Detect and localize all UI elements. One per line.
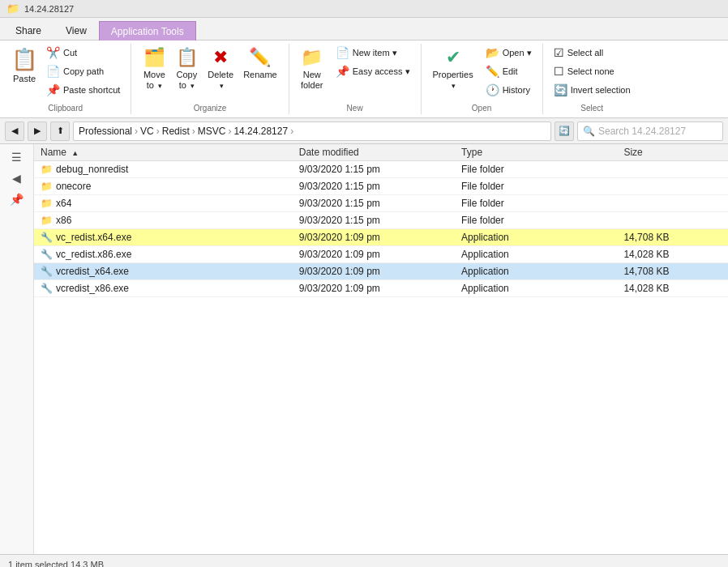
- file-date: 9/03/2020 1:09 pm: [293, 246, 455, 263]
- tab-share[interactable]: Share: [3, 20, 54, 40]
- status-text: 1 item selected 14.3 MB: [8, 560, 104, 568]
- open-button[interactable]: 📂 Open ▾: [482, 44, 536, 62]
- folder-icon: 📁: [41, 164, 53, 175]
- new-folder-button[interactable]: 📁 Newfolder: [296, 44, 328, 102]
- col-name[interactable]: Name ▲: [34, 144, 293, 161]
- nav-forward-button[interactable]: ▶: [28, 122, 47, 141]
- rename-icon: ✏️: [249, 47, 271, 68]
- file-name: 🔧vcredist_x86.exe: [34, 280, 293, 297]
- expand-tree-button[interactable]: ☰: [7, 147, 27, 167]
- table-row[interactable]: 🔧vc_redist.x86.exe 9/03/2020 1:09 pm App…: [34, 246, 728, 263]
- col-date[interactable]: Date modified: [293, 144, 455, 161]
- table-row[interactable]: 📁x64 9/03/2020 1:15 pm File folder: [34, 195, 728, 212]
- new-label: New: [296, 102, 414, 114]
- file-type: File folder: [455, 161, 617, 178]
- table-header-row: Name ▲ Date modified Type Size: [34, 144, 728, 161]
- breadcrumb-item[interactable]: Professional: [79, 126, 132, 137]
- breadcrumb-item[interactable]: VC: [140, 126, 154, 137]
- file-size: 14,708 KB: [617, 263, 728, 280]
- file-size: 14,028 KB: [617, 246, 728, 263]
- file-name: 🔧vcredist_x64.exe: [34, 263, 293, 280]
- select-label: Select: [550, 102, 635, 114]
- history-icon: 🕐: [486, 83, 499, 96]
- select-all-button[interactable]: ☑ Select all: [550, 44, 635, 62]
- new-item-icon: 📄: [336, 46, 349, 59]
- file-size: [617, 212, 728, 229]
- ribbon-group-organize: 🗂️ Moveto ▾ 📋 Copyto ▾ ✖ Delete▾ ✏️ Rena…: [131, 44, 289, 114]
- invert-selection-icon: 🔄: [554, 83, 567, 96]
- properties-button[interactable]: ✔ Properties▾: [428, 44, 478, 102]
- file-table: Name ▲ Date modified Type Size 📁debug_no…: [34, 144, 728, 297]
- file-date: 9/03/2020 1:15 pm: [293, 161, 455, 178]
- table-row[interactable]: 📁onecore 9/03/2020 1:15 pm File folder: [34, 178, 728, 195]
- copy-path-button[interactable]: 📄 Copy path: [42, 62, 124, 80]
- clipboard-label: Clipboard: [6, 102, 124, 114]
- exe-icon: 🔧: [41, 249, 53, 260]
- ribbon: 📋 Paste ✂️ Cut 📄 Copy path 📌 Paste short…: [0, 40, 728, 118]
- edit-icon: ✏️: [486, 65, 499, 78]
- cut-button[interactable]: ✂️ Cut: [42, 44, 124, 62]
- rename-button[interactable]: ✏️ Rename: [238, 44, 282, 102]
- tab-manage[interactable]: Application Tools: [99, 21, 196, 40]
- file-type: File folder: [455, 195, 617, 212]
- select-none-button[interactable]: ☐ Select none: [550, 62, 635, 80]
- status-bar: 1 item selected 14.3 MB: [0, 554, 728, 567]
- table-row[interactable]: 🔧vcredist_x64.exe 9/03/2020 1:09 pm Appl…: [34, 263, 728, 280]
- open-label: Open: [428, 102, 536, 114]
- history-button[interactable]: 🕐 History: [482, 81, 536, 99]
- delete-button[interactable]: ✖ Delete▾: [203, 44, 238, 102]
- file-name: 🔧vc_redist.x86.exe: [34, 246, 293, 263]
- easy-access-button[interactable]: 📌 Easy access ▾: [332, 62, 414, 80]
- file-type: File folder: [455, 212, 617, 229]
- file-date: 9/03/2020 1:09 pm: [293, 280, 455, 297]
- invert-selection-button[interactable]: 🔄 Invert selection: [550, 81, 635, 99]
- move-to-button[interactable]: 🗂️ Moveto ▾: [138, 44, 170, 102]
- move-to-icon: 🗂️: [143, 47, 165, 68]
- file-size: 14,028 KB: [617, 280, 728, 297]
- collapse-button[interactable]: ◀: [7, 168, 27, 188]
- paste-shortcut-button[interactable]: 📌 Paste shortcut: [42, 81, 124, 99]
- file-name: 📁x86: [34, 212, 293, 229]
- folder-icon: 📁: [41, 198, 53, 209]
- edit-button[interactable]: ✏️ Edit: [482, 62, 536, 80]
- col-type[interactable]: Type: [455, 144, 617, 161]
- ribbon-tabs: Share View Application Tools: [0, 18, 728, 40]
- file-name: 🔧vc_redist.x64.exe: [34, 229, 293, 246]
- organize-label: Organize: [138, 102, 281, 114]
- file-size: [617, 195, 728, 212]
- breadcrumb[interactable]: Professional › VC › Redist › MSVC › 14.2…: [73, 122, 551, 141]
- ribbon-group-open: ✔ Properties▾ 📂 Open ▾ ✏️ Edit 🕐 History…: [422, 44, 543, 114]
- select-all-icon: ☑: [554, 46, 564, 59]
- search-box[interactable]: 🔍 Search 14.24.28127: [577, 122, 723, 141]
- paste-shortcut-icon: 📌: [46, 83, 60, 96]
- table-row[interactable]: 📁x86 9/03/2020 1:15 pm File folder: [34, 212, 728, 229]
- new-item-button[interactable]: 📄 New item ▾: [332, 44, 414, 62]
- nav-back-button[interactable]: ◀: [5, 122, 24, 141]
- pin-button[interactable]: 📌: [7, 190, 27, 209]
- nav-up-button[interactable]: ⬆: [50, 122, 70, 141]
- ribbon-group-new: 📁 Newfolder 📄 New item ▾ 📌 Easy access ▾…: [289, 44, 422, 114]
- folder-icon: 📁: [41, 215, 53, 226]
- breadcrumb-item[interactable]: Redist: [162, 126, 190, 137]
- copy-path-icon: 📄: [46, 65, 60, 78]
- col-size[interactable]: Size: [617, 144, 728, 161]
- file-size: 14,708 KB: [617, 229, 728, 246]
- table-row[interactable]: 🔧vc_redist.x64.exe 9/03/2020 1:09 pm App…: [34, 229, 728, 246]
- copy-to-button[interactable]: 📋 Copyto ▾: [170, 44, 203, 102]
- table-row[interactable]: 📁debug_nonredist 9/03/2020 1:15 pm File …: [34, 161, 728, 178]
- file-type: File folder: [455, 178, 617, 195]
- paste-button[interactable]: 📋 Paste: [6, 44, 42, 102]
- tab-view[interactable]: View: [54, 20, 99, 40]
- refresh-button[interactable]: 🔄: [555, 122, 574, 141]
- exe-icon: 🔧: [41, 232, 53, 243]
- file-date: 9/03/2020 1:09 pm: [293, 263, 455, 280]
- copy-to-icon: 📋: [176, 47, 198, 68]
- breadcrumb-item[interactable]: MSVC: [198, 126, 226, 137]
- breadcrumb-item-current[interactable]: 14.24.28127: [233, 126, 288, 137]
- properties-icon: ✔: [446, 47, 460, 68]
- file-size: [617, 178, 728, 195]
- address-bar: ◀ ▶ ⬆ Professional › VC › Redist › MSVC …: [0, 118, 728, 144]
- table-row[interactable]: 🔧vcredist_x86.exe 9/03/2020 1:09 pm Appl…: [34, 280, 728, 297]
- file-type: Application: [455, 246, 617, 263]
- cut-icon: ✂️: [46, 46, 60, 59]
